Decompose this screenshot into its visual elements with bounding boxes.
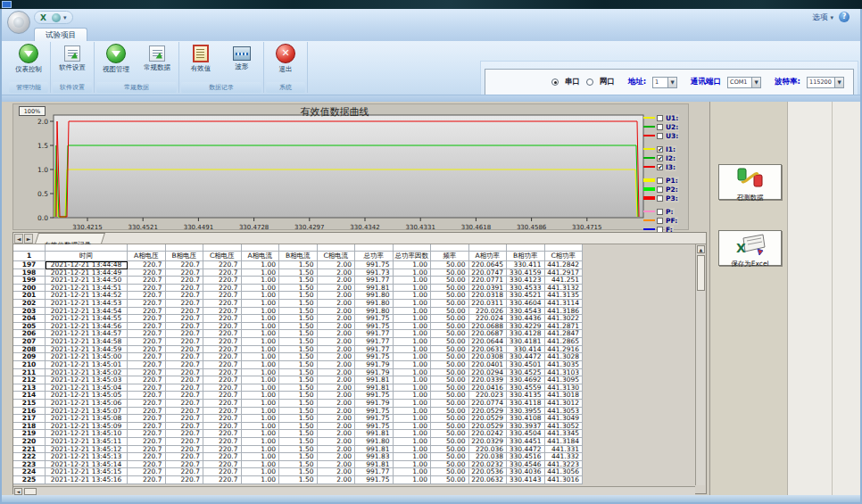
value-cell[interactable]: 1.00 [394,430,432,438]
value-cell[interactable]: 1.00 [242,468,280,476]
value-cell[interactable]: 441.3012 [545,400,584,408]
value-cell[interactable]: 991.81 [355,285,394,293]
value-cell[interactable]: 1.50 [279,300,318,308]
value-cell[interactable]: 220.7 [203,461,242,469]
value-cell[interactable]: 1.00 [242,361,280,369]
value-cell[interactable]: 220.0645 [469,261,508,269]
table-row[interactable]: 2152021-12-21 13:45:06220.7220.7220.71.0… [13,400,695,408]
value-cell[interactable]: 1.00 [394,408,432,416]
value-cell[interactable]: 1.00 [242,308,280,316]
value-cell[interactable]: 1.00 [242,430,280,438]
value-cell[interactable]: 1.50 [279,384,318,392]
value-cell[interactable]: 50.00 [431,330,469,338]
value-cell[interactable]: 50.00 [431,468,469,476]
value-cell[interactable]: 330.414 [507,346,545,354]
value-cell[interactable]: 1.50 [279,430,318,438]
table-row[interactable]: 2002021-12-21 13:44:51220.7220.7220.71.0… [13,285,695,293]
table-row[interactable]: 2142021-12-21 13:45:05220.7220.7220.71.0… [13,392,695,400]
value-cell[interactable]: 220.7 [166,468,204,476]
value-cell[interactable]: 220.7 [203,315,242,323]
value-cell[interactable]: 1.00 [394,446,432,454]
value-cell[interactable]: 991.80 [355,308,394,316]
legend-checkbox[interactable]: ✔ [657,155,663,161]
value-cell[interactable]: 220.7 [166,384,204,392]
value-cell[interactable]: 1.00 [242,285,280,293]
time-cell[interactable]: 2021-12-21 13:44:59 [46,346,128,354]
value-cell[interactable]: 1.00 [242,300,280,308]
value-cell[interactable]: 220.7 [203,277,242,285]
value-cell[interactable]: 330.4118 [507,400,545,408]
value-cell[interactable]: 220.7 [166,346,204,354]
table-row[interactable]: 2062021-12-21 13:44:57220.7220.7220.71.0… [13,330,695,338]
value-cell[interactable]: 50.00 [431,285,469,293]
value-cell[interactable]: 1.00 [394,300,432,308]
value-cell[interactable]: 220.7 [128,285,166,293]
value-cell[interactable]: 220.7 [166,315,204,323]
value-cell[interactable]: 220.038 [469,453,508,461]
value-cell[interactable]: 220.7 [128,384,166,392]
value-cell[interactable]: 220.7 [203,353,242,361]
value-cell[interactable]: 2.00 [318,453,356,461]
value-cell[interactable]: 1.00 [242,369,280,377]
value-cell[interactable]: 220.7 [166,261,204,269]
value-cell[interactable]: 441.3095 [545,376,584,384]
taskbar-app-icon[interactable] [2,1,12,8]
value-cell[interactable]: 330.3937 [507,423,545,431]
value-cell[interactable]: 2.00 [318,430,356,438]
value-cell[interactable]: 220.7 [128,330,166,338]
value-cell[interactable]: 1.00 [242,415,280,423]
value-cell[interactable]: 220.7 [203,384,242,392]
time-cell[interactable]: 2021-12-21 13:45:02 [46,369,128,377]
value-cell[interactable]: 220.0644 [469,338,508,346]
legend-checkbox[interactable] [657,115,663,121]
time-cell[interactable]: 2021-12-21 13:44:49 [46,269,128,277]
value-cell[interactable]: 220.7 [166,308,204,316]
table-row[interactable]: 2192021-12-21 13:45:10220.7220.7220.71.0… [13,430,695,438]
time-cell[interactable]: 2021-12-21 13:45:13 [46,453,128,461]
value-cell[interactable]: 220.7 [128,277,166,285]
value-cell[interactable]: 220.7 [128,338,166,346]
sheet-prev-icon[interactable]: ◄ [14,234,23,244]
time-cell[interactable]: 2021-12-21 13:45:05 [46,392,128,400]
value-cell[interactable]: 1.00 [394,400,432,408]
value-cell[interactable]: 220.7 [203,408,242,416]
value-cell[interactable]: 441.2847 [545,330,584,338]
value-cell[interactable]: 1.50 [279,292,318,300]
table-row[interactable]: 1时间A相电压B相电压C相电压A相电流B相电流C相电流总功率总功率因数频率A相功… [13,252,695,261]
value-cell[interactable]: 330.4525 [507,369,545,377]
value-cell[interactable]: 220.7 [166,415,204,423]
legend-checkbox[interactable]: ✔ [657,146,663,153]
value-cell[interactable]: 441.2842 [545,261,584,269]
value-cell[interactable]: 220.7 [128,346,166,354]
value-cell[interactable]: 220.7 [166,369,204,377]
legend-checkbox[interactable] [657,186,663,193]
value-cell[interactable]: 220.7 [203,468,242,476]
comm-port-select[interactable]: COM1 ▼ [727,77,761,88]
chart-zoom-badge[interactable]: 100% [19,106,46,116]
scroll-up-icon[interactable]: ▲ [697,245,705,253]
value-cell[interactable]: 991.77 [355,277,394,285]
legend-checkbox[interactable] [657,218,663,224]
ribbon-button-有效值[interactable]: 有效值 [181,44,220,73]
hscroll-thumb[interactable] [24,488,37,495]
time-cell[interactable]: 2021-12-21 13:44:55 [46,315,128,323]
value-cell[interactable]: 220.7 [166,361,204,369]
value-cell[interactable]: 220.7 [166,392,204,400]
value-cell[interactable]: 441.2865 [545,338,584,346]
value-cell[interactable]: 330.4159 [507,269,545,277]
value-cell[interactable]: 2.00 [318,376,356,384]
value-cell[interactable]: 220.7 [128,392,166,400]
value-cell[interactable]: 441.3028 [545,353,584,361]
value-cell[interactable]: 220.7 [166,446,204,454]
value-cell[interactable]: 220.0242 [469,430,508,438]
comm-port-dropdown-icon[interactable]: ▼ [751,78,760,87]
legend-checkbox[interactable]: ✔ [657,164,663,170]
value-cell[interactable]: 1.50 [279,376,318,384]
value-cell[interactable]: 220.0294 [469,369,508,377]
value-cell[interactable]: 50.00 [431,369,469,377]
value-cell[interactable]: 1.50 [279,315,318,323]
value-cell[interactable]: 220.7 [128,315,166,323]
value-cell[interactable]: 1.00 [394,453,432,461]
value-cell[interactable]: 220.7 [128,423,166,431]
value-cell[interactable]: 1.00 [242,476,280,484]
